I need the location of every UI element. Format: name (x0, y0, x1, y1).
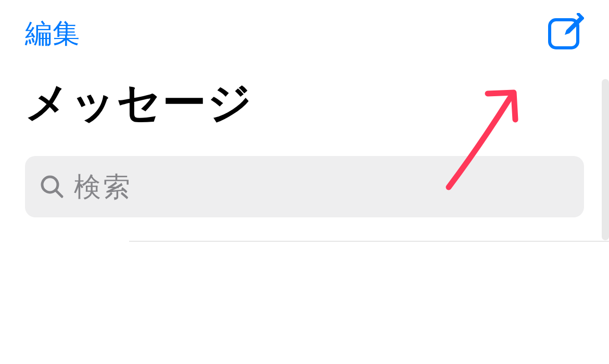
edit-button[interactable]: 編集 (25, 16, 80, 52)
search-input[interactable] (74, 171, 569, 202)
compose-icon (546, 45, 584, 53)
scrollbar[interactable] (602, 79, 609, 240)
header: 編集 (0, 0, 609, 53)
search-container[interactable] (25, 156, 584, 217)
page-title: メッセージ (25, 73, 584, 133)
compose-button[interactable] (546, 13, 584, 53)
list-divider (129, 241, 609, 242)
search-icon (40, 174, 65, 199)
svg-line-2 (56, 190, 62, 197)
title-container: メッセージ (0, 53, 609, 143)
